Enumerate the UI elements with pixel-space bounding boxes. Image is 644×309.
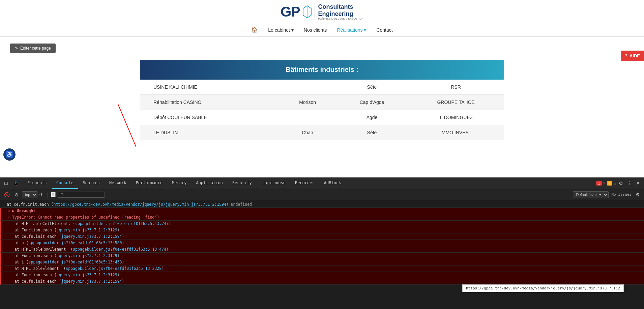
table-row: Dépôt COULEUR SABLEAgdeT. DOMINGUEZ	[140, 110, 504, 125]
edit-label: Editer cette page	[20, 46, 51, 51]
logo: GP Consultants Engineering MAÎTRISE D'OE…	[281, 3, 363, 20]
section-title: Bâtiments industriels :	[140, 60, 504, 80]
table-row: LE DUBLINChanSèteIMMO INVEST	[140, 125, 504, 140]
question-icon: ?	[625, 53, 627, 58]
logo-text-block: Consultants Engineering MAÎTRISE D'OEUVR…	[315, 3, 364, 20]
edit-icon: ✎	[15, 46, 18, 51]
table-cell: Réhabilitation CASINO	[140, 95, 279, 110]
logo-engineering: Engineering	[318, 10, 364, 18]
table-cell: Sète	[336, 125, 408, 140]
aide-label: AIDE	[630, 53, 640, 58]
table-row: Réhabilitation CASINOMorisonCap d'AgdeGR…	[140, 95, 504, 110]
table-cell	[279, 110, 336, 125]
table-cell: Dépôt COULEUR SABLE	[140, 110, 279, 125]
table-cell: GROUPE TAHOE	[408, 95, 504, 110]
aide-button[interactable]: ? AIDE	[621, 51, 644, 61]
edit-page-button[interactable]: ✎ Editer cette page	[10, 44, 56, 53]
nav-home[interactable]: 🏠	[251, 27, 258, 33]
table-cell: Cap d'Agde	[336, 95, 408, 110]
main-nav: 🏠 Le cabinet ▾ Nos clients Réalisations …	[251, 23, 392, 36]
logo-consultants: Consultants	[318, 3, 364, 10]
table-cell: IMMO INVEST	[408, 125, 504, 140]
nav-contact[interactable]: Contact	[376, 27, 392, 33]
batiments-section: Bâtiments industriels : USINE KALI CHIMI…	[140, 60, 504, 140]
table-cell: T. DOMINGUEZ	[408, 110, 504, 125]
table-cell	[279, 80, 336, 95]
nav-realisations[interactable]: Réalisations ▾	[337, 27, 366, 33]
table-cell: Sète	[336, 80, 408, 95]
table-cell: Morison	[279, 95, 336, 110]
table-cell: USINE KALI CHIMIE	[140, 80, 279, 95]
nav-nos-clients[interactable]: Nos clients	[304, 27, 327, 33]
table-cell: Agde	[336, 110, 408, 125]
table-row: USINE KALI CHIMIESèteRSR	[140, 80, 504, 95]
table-cell: RSR	[408, 80, 504, 95]
logo-gp-text: GP	[281, 4, 300, 20]
logo-diamond-icon	[302, 5, 312, 19]
table-cell: LE DUBLIN	[140, 125, 279, 140]
nav-le-cabinet[interactable]: Le cabinet ▾	[268, 27, 294, 33]
batiments-table: USINE KALI CHIMIESèteRSRRéhabilitation C…	[140, 80, 504, 140]
site-header: GP Consultants Engineering MAÎTRISE D'OE…	[0, 0, 644, 37]
main-content: ✎ Editer cette page Bâtiments industriel…	[0, 37, 644, 147]
logo-subtitle: MAÎTRISE D'OEUVRE D'EXÉCUTION	[318, 18, 364, 20]
table-cell: Chan	[279, 125, 336, 140]
